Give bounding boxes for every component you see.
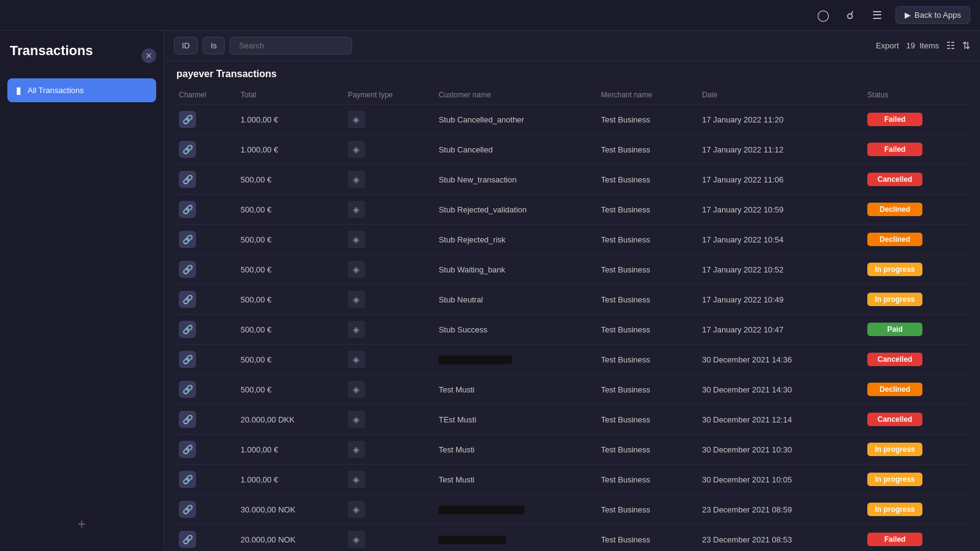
cell-merchant-name: Test Business bbox=[596, 105, 697, 135]
sidebar-close-button[interactable]: ✕ bbox=[141, 48, 156, 63]
cell-date: 17 January 2022 11:06 bbox=[697, 165, 862, 195]
table-row[interactable]: 🔗500,00 €◈Stub SuccessTest Business17 Ja… bbox=[174, 315, 970, 345]
sidebar-item-all-transactions[interactable]: ▮ All Transactions bbox=[7, 78, 156, 102]
table-row[interactable]: 🔗20.000,00 NOK◈Test Business23 December … bbox=[174, 525, 970, 552]
table-row[interactable]: 🔗500,00 €◈Stub New_transactionTest Busin… bbox=[174, 165, 970, 195]
status-badge: Cancelled bbox=[867, 353, 922, 366]
cell-date: 17 January 2022 10:49 bbox=[697, 285, 862, 315]
table-container: payever Transactions Channel Total Payme… bbox=[164, 61, 980, 551]
link-icon: 🔗 bbox=[179, 141, 196, 158]
top-bar: ◯ ☌ ☰ ▶ Back to Apps bbox=[0, 0, 980, 31]
cell-merchant-name: Test Business bbox=[596, 345, 697, 375]
status-badge: Failed bbox=[867, 533, 922, 546]
link-icon: 🔗 bbox=[179, 171, 196, 188]
cell-total: 20.000,00 NOK bbox=[236, 525, 343, 552]
cell-total: 500,00 € bbox=[236, 195, 343, 225]
transactions-table: Channel Total Payment type Customer name… bbox=[174, 86, 970, 551]
status-badge: Cancelled bbox=[867, 173, 922, 186]
table-row[interactable]: 🔗1.000,00 €◈Stub Cancelled_anotherTest B… bbox=[174, 105, 970, 135]
link-icon: 🔗 bbox=[179, 441, 196, 458]
link-icon: 🔗 bbox=[179, 261, 196, 278]
status-badge: Declined bbox=[867, 233, 922, 246]
stub-icon: ◈ bbox=[348, 381, 365, 398]
cell-total: 500,00 € bbox=[236, 285, 343, 315]
table-row[interactable]: 🔗1.000,00 €◈Test MustiTest Business30 De… bbox=[174, 435, 970, 465]
cell-merchant-name: Test Business bbox=[596, 195, 697, 225]
search-icon[interactable]: ☌ bbox=[842, 7, 859, 24]
cell-merchant-name: Test Business bbox=[596, 135, 697, 165]
table-row[interactable]: 🔗500,00 €◈Stub Rejected_validationTest B… bbox=[174, 195, 970, 225]
cell-total: 1.000,00 € bbox=[236, 135, 343, 165]
cell-date: 17 January 2022 10:59 bbox=[697, 195, 862, 225]
cell-total: 500,00 € bbox=[236, 375, 343, 405]
cell-date: 23 December 2021 08:59 bbox=[697, 495, 862, 525]
status-badge: Declined bbox=[867, 203, 922, 216]
cell-status: Cancelled bbox=[862, 165, 970, 195]
back-to-apps-button[interactable]: ▶ Back to Apps bbox=[895, 6, 970, 24]
table-row[interactable]: 🔗20.000,00 DKK◈TEst MustiTest Business30… bbox=[174, 405, 970, 435]
add-button[interactable]: + bbox=[7, 509, 156, 539]
sidebar-title: Transactions bbox=[7, 43, 93, 59]
cell-date: 30 December 2021 12:14 bbox=[697, 405, 862, 435]
table-row[interactable]: 🔗1.000,00 €◈Stub CancelledTest Business1… bbox=[174, 135, 970, 165]
cell-payment-type: ◈ bbox=[343, 405, 434, 435]
cell-customer-name: Test Musti bbox=[434, 465, 596, 495]
cell-status: Paid bbox=[862, 315, 970, 345]
col-channel: Channel bbox=[174, 86, 236, 105]
search-input[interactable] bbox=[230, 37, 352, 54]
status-badge: Declined bbox=[867, 383, 922, 396]
cell-payment-type: ◈ bbox=[343, 345, 434, 375]
table-row[interactable]: 🔗1.000,00 €◈Test MustiTest Business30 De… bbox=[174, 465, 970, 495]
cell-channel: 🔗 bbox=[174, 285, 236, 315]
cell-merchant-name: Test Business bbox=[596, 465, 697, 495]
cell-status: Cancelled bbox=[862, 345, 970, 375]
stub-icon: ◈ bbox=[348, 291, 365, 308]
cell-status: Failed bbox=[862, 105, 970, 135]
stub-icon: ◈ bbox=[348, 501, 365, 518]
cell-merchant-name: Test Business bbox=[596, 315, 697, 345]
col-status: Status bbox=[862, 86, 970, 105]
cell-customer-name: Stub Success bbox=[434, 315, 596, 345]
cell-customer-name: Stub Rejected_validation bbox=[434, 195, 596, 225]
account-icon[interactable]: ◯ bbox=[815, 7, 832, 24]
stub-icon: ◈ bbox=[348, 321, 365, 338]
cell-payment-type: ◈ bbox=[343, 195, 434, 225]
status-badge: Cancelled bbox=[867, 413, 922, 426]
stub-icon: ◈ bbox=[348, 411, 365, 428]
grid-view-icon[interactable]: ☷ bbox=[946, 40, 955, 51]
menu-icon[interactable]: ☰ bbox=[869, 7, 886, 24]
is-filter[interactable]: Is bbox=[203, 37, 225, 54]
link-icon: 🔗 bbox=[179, 471, 196, 488]
stub-icon: ◈ bbox=[348, 231, 365, 248]
status-badge: In progress bbox=[867, 443, 922, 456]
cell-merchant-name: Test Business bbox=[596, 255, 697, 285]
table-row[interactable]: 🔗30.000,00 NOK◈Test Business23 December … bbox=[174, 495, 970, 525]
stub-icon: ◈ bbox=[348, 471, 365, 488]
export-button[interactable]: Export bbox=[876, 41, 899, 50]
table-row[interactable]: 🔗500,00 €◈Test Business30 December 2021 … bbox=[174, 345, 970, 375]
cell-payment-type: ◈ bbox=[343, 465, 434, 495]
back-icon: ▶ bbox=[905, 10, 911, 20]
stub-icon: ◈ bbox=[348, 261, 365, 278]
cell-channel: 🔗 bbox=[174, 225, 236, 255]
id-filter[interactable]: ID bbox=[174, 37, 198, 54]
sort-icon[interactable]: ⇅ bbox=[962, 40, 970, 51]
table-row[interactable]: 🔗500,00 €◈Test MustiTest Business30 Dece… bbox=[174, 375, 970, 405]
table-row[interactable]: 🔗500,00 €◈Stub Rejected_riskTest Busines… bbox=[174, 225, 970, 255]
filter-actions: Export 19 Items ☷ ⇅ bbox=[876, 40, 970, 51]
table-row[interactable]: 🔗500,00 €◈Stub NeutralTest Business17 Ja… bbox=[174, 285, 970, 315]
cell-customer-name: TEst Musti bbox=[434, 405, 596, 435]
cell-channel: 🔗 bbox=[174, 525, 236, 552]
cell-status: Failed bbox=[862, 525, 970, 552]
cell-channel: 🔗 bbox=[174, 375, 236, 405]
cell-channel: 🔗 bbox=[174, 195, 236, 225]
cell-channel: 🔗 bbox=[174, 255, 236, 285]
table-row[interactable]: 🔗500,00 €◈Stub Waiting_bankTest Business… bbox=[174, 255, 970, 285]
cell-payment-type: ◈ bbox=[343, 225, 434, 255]
cell-status: In progress bbox=[862, 285, 970, 315]
cell-merchant-name: Test Business bbox=[596, 165, 697, 195]
stub-icon: ◈ bbox=[348, 171, 365, 188]
cell-merchant-name: Test Business bbox=[596, 525, 697, 552]
cell-merchant-name: Test Business bbox=[596, 285, 697, 315]
cell-total: 500,00 € bbox=[236, 315, 343, 345]
